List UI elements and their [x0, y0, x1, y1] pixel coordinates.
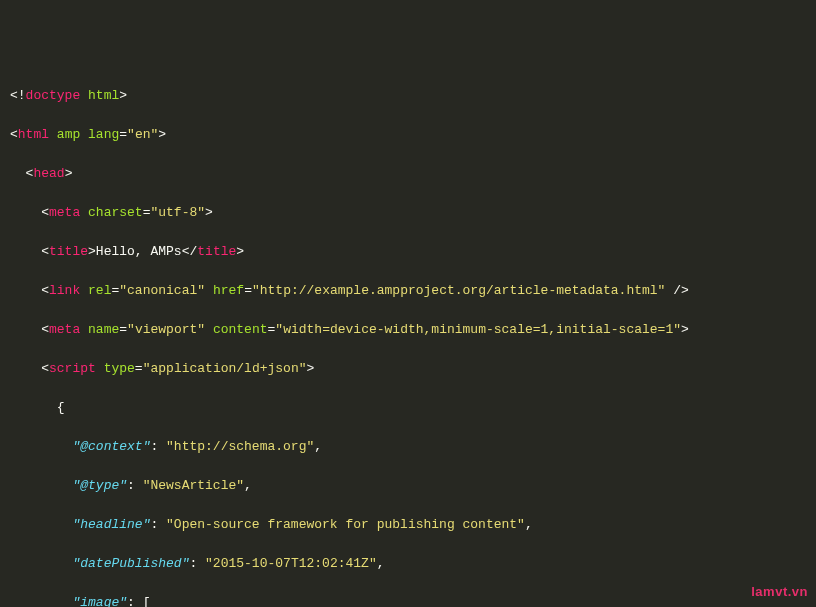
code-line: <meta name="viewport" content="width=dev… [10, 320, 806, 340]
code-line: "datePublished": "2015-10-07T12:02:41Z", [10, 554, 806, 574]
code-line: { [10, 398, 806, 418]
code-line: <link rel="canonical" href="http://examp… [10, 281, 806, 301]
watermark-text: lamvt.vn [751, 582, 808, 602]
code-line: "image": [ [10, 593, 806, 607]
code-line: "headline": "Open-source framework for p… [10, 515, 806, 535]
code-line: "@type": "NewsArticle", [10, 476, 806, 496]
code-line: <!doctype html> [10, 86, 806, 106]
code-line: "@context": "http://schema.org", [10, 437, 806, 457]
code-line: <meta charset="utf-8"> [10, 203, 806, 223]
code-line: <html amp lang="en"> [10, 125, 806, 145]
code-line: <title>Hello, AMPs</title> [10, 242, 806, 262]
code-line: <script type="application/ld+json"> [10, 359, 806, 379]
code-line: <head> [10, 164, 806, 184]
